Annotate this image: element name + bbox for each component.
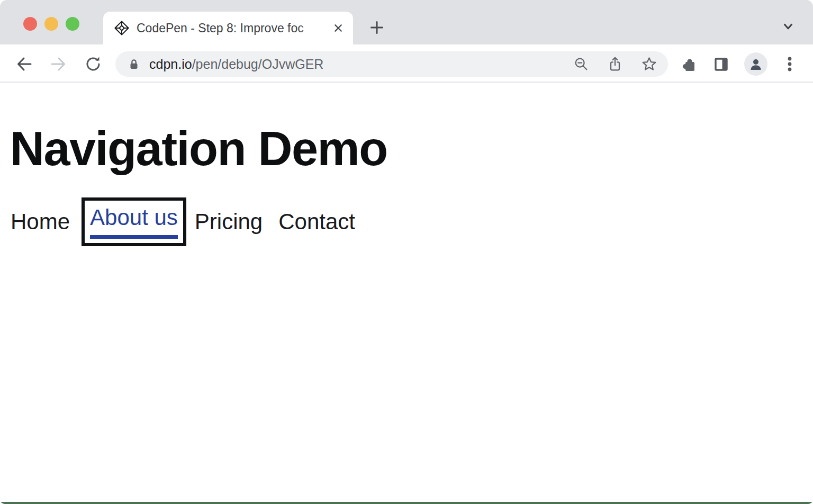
new-tab-button[interactable]	[368, 19, 385, 36]
window-bottom-edge	[0, 502, 813, 504]
traffic-lights	[23, 17, 79, 31]
site-navigation: Home About us Pricing Contact	[11, 197, 813, 246]
page-content: Navigation Demo Home About us Pricing Co…	[0, 124, 813, 504]
codepen-cube-icon	[114, 20, 130, 36]
share-icon[interactable]	[607, 56, 623, 72]
focus-ring: About us	[82, 197, 186, 246]
url-bar[interactable]: cdpn.io/pen/debug/OJvwGER	[115, 51, 668, 77]
lock-icon[interactable]	[127, 57, 141, 71]
browser-window: CodePen - Step 8: Improve foc	[0, 0, 813, 504]
close-window-button[interactable]	[23, 17, 37, 31]
url-text: cdpn.io/pen/debug/OJvwGER	[149, 57, 573, 72]
url-domain: cdpn.io	[149, 57, 192, 71]
bookmark-star-icon[interactable]	[641, 56, 657, 73]
minimize-window-button[interactable]	[44, 17, 58, 31]
close-tab-icon[interactable]	[331, 21, 346, 35]
side-panel-icon[interactable]	[712, 55, 730, 73]
omnibox-actions	[573, 56, 657, 73]
chevron-down-icon[interactable]	[780, 20, 796, 34]
browser-tab[interactable]: CodePen - Step 8: Improve foc	[103, 12, 353, 44]
nav-link-home[interactable]: Home	[11, 209, 70, 235]
nav-link-about-us[interactable]: About us	[90, 205, 178, 239]
extensions-puzzle-icon[interactable]	[679, 55, 697, 73]
reload-button[interactable]	[84, 55, 102, 73]
forward-button[interactable]	[49, 55, 67, 73]
url-path: /pen/debug/OJvwGER	[192, 57, 324, 71]
nav-link-pricing[interactable]: Pricing	[195, 209, 263, 235]
zoom-out-icon[interactable]	[573, 56, 589, 72]
tab-strip: CodePen - Step 8: Improve foc	[0, 0, 813, 44]
tab-title: CodePen - Step 8: Improve foc	[137, 20, 327, 36]
person-icon	[747, 56, 764, 73]
zoom-window-button[interactable]	[66, 17, 79, 31]
overflow-menu-icon[interactable]	[781, 55, 799, 73]
browser-toolbar: cdpn.io/pen/debug/OJvwGER	[0, 44, 813, 83]
page-title: Navigation Demo	[10, 124, 813, 174]
nav-link-contact[interactable]: Contact	[278, 209, 355, 235]
profile-avatar[interactable]	[744, 52, 767, 76]
back-button[interactable]	[15, 55, 33, 73]
